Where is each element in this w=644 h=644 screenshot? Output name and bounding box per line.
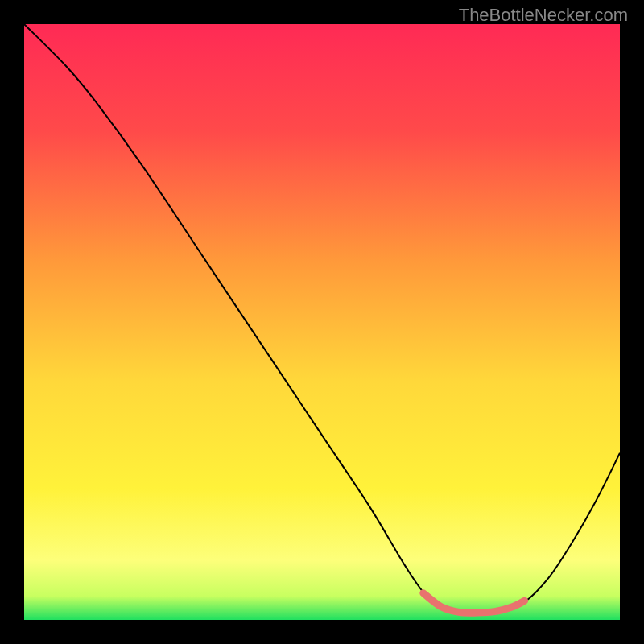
chart-plot xyxy=(24,24,620,620)
chart-container xyxy=(24,24,620,620)
chart-background xyxy=(24,24,620,620)
watermark-text: TheBottleNecker.com xyxy=(459,5,628,26)
